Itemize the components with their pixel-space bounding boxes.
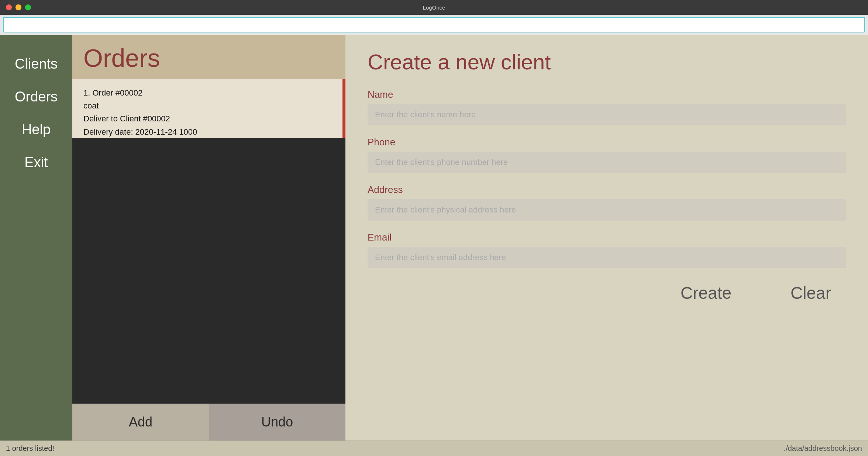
address-input[interactable] — [368, 199, 846, 221]
sidebar-item-orders[interactable]: Orders — [0, 82, 72, 111]
email-input[interactable] — [368, 247, 846, 268]
address-label: Address — [368, 184, 846, 196]
name-field-group: Name — [368, 89, 846, 125]
phone-field-group: Phone — [368, 137, 846, 173]
minimize-button[interactable] — [16, 4, 21, 10]
email-field-group: Email — [368, 232, 846, 268]
orders-dark-area — [72, 138, 345, 404]
orders-footer: Add Undo — [72, 404, 345, 441]
orders-header: Orders — [72, 35, 345, 79]
app-title: LogOnce — [423, 4, 445, 11]
create-panel-title: Create a new client — [368, 49, 846, 74]
order-delivery-date: Delivery date: 2020-11-24 1000 — [83, 125, 331, 138]
title-bar: LogOnce — [0, 0, 868, 15]
name-input[interactable] — [368, 104, 846, 125]
sidebar: Clients Orders Help Exit — [0, 35, 72, 441]
search-input[interactable] — [3, 17, 865, 32]
phone-label: Phone — [368, 137, 846, 148]
search-bar-container — [0, 15, 868, 35]
order-deliver-to: Deliver to Client #00002 — [83, 112, 331, 125]
address-field-group: Address — [368, 184, 846, 221]
order-number: 1. Order #00002 — [83, 86, 331, 99]
orders-title: Orders — [83, 44, 160, 72]
maximize-button[interactable] — [25, 4, 31, 10]
status-bar: 1 orders listed! ./data/addressbook.json — [0, 441, 868, 456]
form-buttons: Create Clear — [368, 283, 846, 303]
add-button[interactable]: Add — [72, 404, 209, 441]
table-row: 1. Order #00002 coat Deliver to Client #… — [83, 86, 331, 138]
sidebar-item-exit[interactable]: Exit — [0, 148, 72, 177]
clear-button[interactable]: Clear — [790, 283, 831, 303]
email-label: Email — [368, 232, 846, 243]
undo-button[interactable]: Undo — [209, 404, 345, 441]
create-button[interactable]: Create — [681, 283, 731, 303]
sidebar-item-help[interactable]: Help — [0, 115, 72, 144]
orders-count: 1 orders listed! — [6, 444, 54, 453]
window-controls — [6, 4, 31, 10]
close-button[interactable] — [6, 4, 12, 10]
phone-input[interactable] — [368, 152, 846, 173]
file-path: ./data/addressbook.json — [784, 444, 862, 453]
main-content: Clients Orders Help Exit Orders 1. Order… — [0, 35, 868, 441]
sidebar-item-clients[interactable]: Clients — [0, 49, 72, 79]
create-panel: Create a new client Name Phone Address E… — [345, 35, 868, 441]
orders-panel: Orders 1. Order #00002 coat Deliver to C… — [72, 35, 345, 441]
order-product: coat — [83, 99, 331, 112]
name-label: Name — [368, 89, 846, 100]
orders-list: 1. Order #00002 coat Deliver to Client #… — [72, 79, 345, 138]
